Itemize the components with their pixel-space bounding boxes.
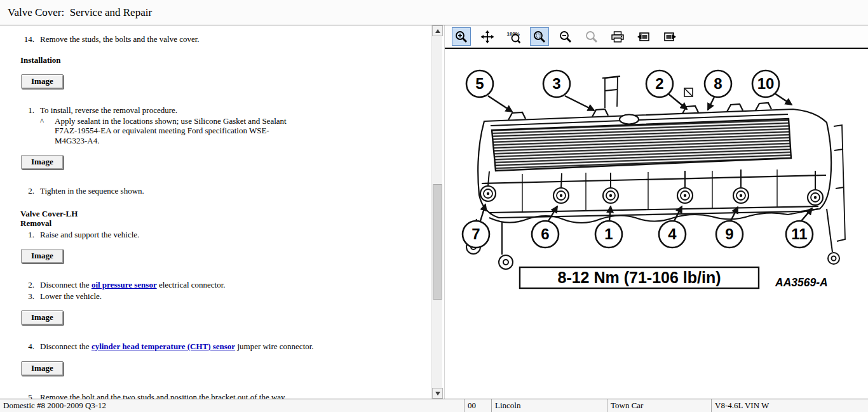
- procedure-step: 3. Lower the vehicle.: [20, 291, 426, 302]
- callout-bubble: 11: [786, 221, 813, 248]
- scrollbar-thumb[interactable]: [433, 184, 442, 300]
- svg-text:2: 2: [655, 75, 663, 92]
- zoom-in-button[interactable]: [452, 27, 471, 46]
- note-text: Apply sealant in the locations shown; us…: [55, 116, 295, 146]
- image-toolbar: 100%: [445, 25, 868, 49]
- scroll-up-button[interactable]: [432, 25, 443, 36]
- svg-text:9: 9: [725, 225, 733, 243]
- arrow-up-icon: [435, 29, 440, 33]
- svg-text:7: 7: [471, 225, 480, 243]
- status-cell-database: Domestic #8 2000-2009 Q3-12: [0, 399, 465, 412]
- step-text-post: jumper wire connector.: [235, 342, 313, 351]
- callout-bubble: 10: [752, 70, 779, 97]
- procedure-note: ^ Apply sealant in the locations shown; …: [40, 116, 426, 146]
- figure-id: AA3569-A: [775, 276, 828, 289]
- previous-image-button[interactable]: [634, 27, 653, 46]
- svg-text:11: 11: [791, 225, 807, 243]
- step-number: 1.: [20, 105, 34, 116]
- procedure-step: 14. Remove the studs, the bolts and the …: [20, 34, 426, 44]
- cht-sensor-link[interactable]: cylinder head temperature (CHT) sensor: [92, 342, 235, 351]
- step-text-pre: Disconnect the: [40, 342, 92, 351]
- step-text: Disconnect the cylinder head temperature…: [40, 342, 314, 352]
- image-button[interactable]: Image: [21, 310, 64, 325]
- step-text: Raise and support the vehicle.: [40, 230, 139, 240]
- svg-text:100%: 100%: [507, 31, 520, 37]
- section-heading-installation: Installation: [20, 55, 426, 65]
- zoom-out-icon: [559, 30, 573, 44]
- previous-image-icon: [637, 30, 651, 44]
- next-image-icon: [663, 30, 677, 44]
- scrollbar[interactable]: [431, 25, 442, 399]
- right-bracket: [834, 125, 845, 241]
- zoom-window-icon: [532, 30, 546, 44]
- magnify-button[interactable]: [582, 27, 601, 46]
- image-button[interactable]: Image: [21, 361, 64, 376]
- callout-bubble: 4: [659, 221, 686, 248]
- procedure-step: 2. Disconnect the oil pressure sensor el…: [20, 280, 426, 290]
- status-cell-model: Town Car: [607, 399, 712, 412]
- torque-spec: 8-12 Nm (71-106 lb/in): [557, 269, 721, 286]
- svg-text:4: 4: [668, 225, 677, 243]
- step-text: Remove the studs, the bolts and the valv…: [40, 34, 200, 44]
- illustration-pane: 100%: [445, 25, 868, 399]
- step-number: 14.: [20, 34, 34, 44]
- zoom-100-button[interactable]: 100%: [504, 27, 523, 46]
- step-number: 2.: [20, 186, 34, 196]
- small-fitting: [684, 88, 693, 96]
- pan-button[interactable]: [478, 27, 497, 46]
- step-text-post: electrical connector.: [157, 280, 226, 289]
- procedure-step: 4. Disconnect the cylinder head temperat…: [20, 342, 426, 352]
- step-text: Remove the bolt and the two studs and po…: [40, 392, 287, 399]
- callout-bubble: 6: [532, 221, 559, 248]
- callout-bubble: 2: [646, 70, 673, 97]
- svg-text:6: 6: [541, 225, 549, 243]
- image-button[interactable]: Image: [21, 74, 64, 89]
- procedure-text: 14. Remove the studs, the bolts and the …: [0, 25, 430, 399]
- valve-cover-diagram: 5 3 2 8 10 7 6 1 4 9 11 8-12 Nm (71-106 …: [445, 49, 867, 398]
- diagram-area: 5 3 2 8 10 7 6 1 4 9 11 8-12 Nm (71-106 …: [445, 49, 868, 399]
- print-icon: [611, 30, 625, 44]
- image-button[interactable]: Image: [21, 249, 64, 263]
- step-number: 4.: [20, 342, 34, 352]
- step-text: Tighten in the sequence shown.: [40, 186, 144, 196]
- callout-bubble: 9: [716, 221, 743, 248]
- oil-pressure-sensor-link[interactable]: oil pressure sensor: [92, 280, 157, 289]
- zoom-100-icon: 100%: [506, 30, 520, 44]
- pan-icon: [480, 30, 494, 44]
- zoom-window-button[interactable]: [530, 27, 549, 46]
- status-bar: Domestic #8 2000-2009 Q3-12 00 Lincoln T…: [0, 399, 868, 412]
- step-number: 1.: [20, 230, 34, 240]
- magnify-icon: [585, 30, 599, 44]
- callout-bubble: 5: [466, 70, 493, 97]
- section-heading-removal: Removal: [20, 218, 426, 229]
- zoom-out-button[interactable]: [556, 27, 575, 46]
- procedure-step: 1. Raise and support the vehicle.: [20, 230, 426, 240]
- valve-cover-rib-band: [492, 119, 791, 171]
- next-image-button[interactable]: [660, 27, 679, 46]
- svg-text:5: 5: [475, 75, 484, 92]
- procedure-pane: 14. Remove the studs, the bolts and the …: [0, 25, 445, 399]
- image-button[interactable]: Image: [21, 155, 64, 169]
- svg-text:10: 10: [757, 75, 775, 92]
- main-split: 14. Remove the studs, the bolts and the …: [0, 25, 868, 399]
- callout-bubble: 8: [705, 70, 731, 97]
- section-heading-valve-cover-lh: Valve Cover-LH: [20, 209, 426, 219]
- torque-spec-box: 8-12 Nm (71-106 lb/in): [520, 267, 759, 288]
- status-cell-code: 00: [465, 399, 492, 412]
- scroll-down-button[interactable]: [432, 388, 443, 399]
- step-number: 5.: [20, 392, 34, 399]
- page-title: Valve Cover: Service and Repair: [8, 6, 152, 19]
- status-cell-engine: V8-4.6L VIN W: [712, 399, 868, 412]
- svg-text:8: 8: [714, 75, 722, 92]
- step-number: 3.: [20, 291, 34, 302]
- top-bracket: [602, 76, 620, 108]
- callout-bubble: 1: [595, 221, 622, 248]
- svg-text:3: 3: [552, 75, 560, 92]
- callout-bubble: 3: [543, 70, 570, 97]
- svg-text:1: 1: [604, 225, 613, 243]
- step-text-pre: Disconnect the: [40, 280, 92, 289]
- procedure-step: 2. Tighten in the sequence shown.: [20, 186, 426, 196]
- print-button[interactable]: [608, 27, 627, 46]
- valve-cover-bolts: [480, 169, 823, 205]
- step-text: Lower the vehicle.: [40, 291, 102, 302]
